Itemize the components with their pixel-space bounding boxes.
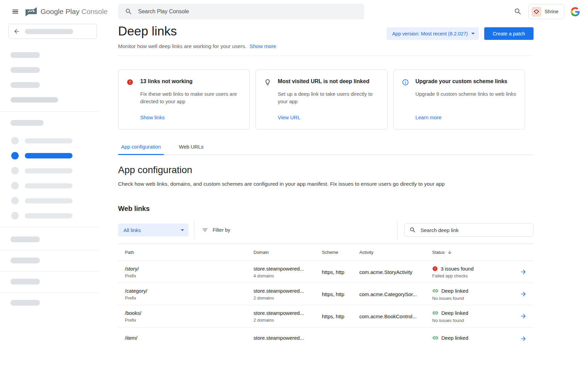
web-links-heading: Web links [118,205,534,213]
status-detail: No issues found [432,318,514,323]
skeleton-bar [25,29,73,34]
show-more-link[interactable]: Show more [249,43,276,49]
skeleton-icon [11,152,19,159]
arrow-forward-icon[interactable] [520,269,527,275]
page-title: Deep links [118,24,276,39]
skeleton-bar [25,198,72,203]
sidebar-skeleton-group [11,52,99,103]
skeleton-bar [11,300,40,306]
column-header-path: Path [118,250,254,255]
sidebar-divider [0,271,99,272]
sidebar-item[interactable] [11,167,99,174]
global-search-input[interactable] [138,9,358,15]
card-title: 13 links not working [140,78,241,85]
domain-value: store.steampowered... [254,310,322,316]
activity-value: com.acme.BookControl... [359,313,432,319]
chevron-down-icon [471,33,475,34]
page-header: Deep links Monitor how well deep links a… [118,24,534,49]
topbar-left: Google Play Console [0,6,118,17]
section-description: Check how web links, domains, and custom… [118,181,534,187]
domain-count: 4 domains [254,273,322,278]
arrow-forward-icon[interactable] [520,291,527,297]
sidebar-item[interactable] [11,182,99,189]
skeleton-bar [11,279,40,285]
path-value: /item/ [125,335,254,341]
topbar-right: Shrine [513,4,588,19]
card-title: Most visited URL is not deep linked [278,78,379,85]
domain-count: 2 domains [254,295,322,301]
card-most-visited-url: Most visited URL is not deep linked Set … [256,70,387,129]
deep-link-search-input[interactable] [421,227,528,233]
app-version-dropdown[interactable]: App version: Most recent (8.2.027) [387,27,478,40]
skeleton-icon [11,137,19,144]
status-value: Deep linked [441,335,468,341]
table-row[interactable]: /story/ Prefix store.steampowered... 4 d… [118,261,534,283]
activity-value: com.acme.CategorySor... [359,291,432,297]
table-row[interactable]: /category/ Prefix store.steampowered... … [118,283,534,305]
skeleton-bar [25,138,72,143]
column-header-activity: Activity [359,250,432,255]
skeleton-bar [11,97,58,103]
play-console-logo[interactable]: Google Play Console [26,7,108,16]
column-header-status[interactable]: Status [432,250,514,255]
play-console-logo-icon [26,7,37,16]
sort-descending-icon [447,250,452,255]
header-actions: App version: Most recent (8.2.027) Creat… [387,27,534,40]
show-links-link[interactable]: Show links [140,114,165,120]
tab-web-urls[interactable]: Web URLs [176,144,207,155]
web-links-table: Path Domain Scheme Activity Status [118,244,534,350]
info-icon [402,79,415,86]
app-switcher-chip[interactable]: Shrine [528,4,564,19]
back-arrow-icon [13,28,20,35]
filter-by-button[interactable]: Filter by [202,227,230,233]
table-row[interactable]: /item/ store.steampowered... [118,327,534,350]
learn-more-link[interactable]: Learn more [415,114,442,120]
view-url-link[interactable]: View URL [278,114,300,120]
card-text: Fix these web links to make sure users a… [140,90,241,105]
status-value: Deep linked [441,288,468,294]
links-filter-dropdown[interactable]: All links [118,224,189,236]
page-subtitle: Monitor how well deep links are working … [118,43,246,49]
column-header-scheme: Scheme [322,250,359,255]
menu-button[interactable] [10,6,20,17]
status-detail: No issues found [432,296,514,301]
sidebar-item[interactable] [11,197,99,204]
card-upgrade-scheme-links: Upgrade your custom scheme links Upgrade… [393,70,525,129]
table-row[interactable]: /books/ Prefix store.steampowered... 2 d… [118,305,534,327]
scheme-value: https, http [322,313,359,319]
path-value: /books/ [125,310,254,316]
create-patch-button[interactable]: Create a patch [484,27,534,40]
back-button[interactable] [8,24,97,39]
status-value: Deep linked [441,310,468,316]
tab-app-configuration[interactable]: App configuration [118,144,164,155]
filter-icon [202,227,208,233]
skeleton-icon [11,182,19,189]
sidebar-item-active[interactable] [11,152,99,159]
sidebar-item[interactable] [11,212,99,219]
tab-bar: App configuration Web URLs [118,144,534,155]
skeleton-bar [25,168,72,173]
search-icon [409,227,416,233]
deep-link-search-bar [404,223,534,237]
activity-value: com.acme.StoryActivity [359,269,432,275]
path-value: /story/ [125,266,254,272]
skeleton-bar [11,258,40,263]
google-account-button[interactable] [570,6,581,17]
arrow-forward-icon[interactable] [520,313,527,320]
path-type: Prefix [125,273,254,278]
hamburger-icon [12,8,19,15]
arrow-forward-icon[interactable] [520,335,527,342]
skeleton-icon [11,197,19,204]
scheme-value: https, http [322,291,359,297]
status-detail: Failed app checks [432,273,514,278]
link-icon [432,310,439,316]
error-icon [432,266,438,272]
skeleton-bar [11,82,40,88]
error-icon [127,79,140,86]
insight-cards: 13 links not working Fix these web links… [118,70,525,129]
skeleton-bar [25,153,72,158]
page-body: Deep links Monitor how well deep links a… [0,23,588,350]
search-button[interactable] [513,7,523,16]
skeleton-icon [11,167,19,174]
sidebar-item[interactable] [11,137,99,144]
